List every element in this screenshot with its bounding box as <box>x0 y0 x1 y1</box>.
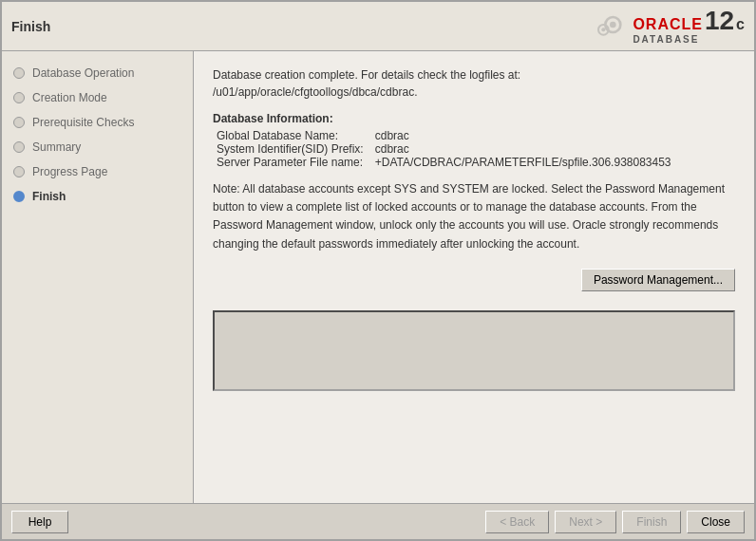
finish-button[interactable]: Finish <box>622 511 681 533</box>
back-button[interactable]: < Back <box>485 511 549 533</box>
step-icon-prerequisite-checks <box>13 117 25 128</box>
sidebar-label-prerequisite-checks: Prerequisite Checks <box>32 116 134 129</box>
step-icon-finish <box>13 191 25 202</box>
step-icon-creation-mode <box>13 92 25 103</box>
sid-label: System Identifier(SID) Prefix: <box>217 142 375 156</box>
sidebar: Database Operation Creation Mode Prerequ… <box>2 51 194 503</box>
param-value: +DATA/CDBRAC/PARAMETERFILE/spfile.306.93… <box>375 156 671 169</box>
svg-point-3 <box>602 28 606 31</box>
db-info-title: Database Information: <box>213 112 735 125</box>
step-icon-progress-page <box>13 166 25 177</box>
bottom-bar-right: < Back Next > Finish Close <box>485 511 745 533</box>
sidebar-item-creation-mode[interactable]: Creation Mode <box>2 85 193 110</box>
sid-value: cdbrac <box>375 142 671 156</box>
inset-log-box <box>213 310 735 391</box>
oracle-text-label: ORACLE <box>633 16 703 33</box>
sidebar-item-summary[interactable]: Summary <box>2 135 193 159</box>
sidebar-item-finish[interactable]: Finish <box>2 184 193 209</box>
bottom-bar-left: Help <box>11 511 68 533</box>
close-button[interactable]: Close <box>687 511 745 533</box>
help-button[interactable]: Help <box>11 511 68 533</box>
db-info-section: Database Information: Global Database Na… <box>213 112 735 169</box>
global-db-label: Global Database Name: <box>217 129 375 142</box>
global-db-value: cdbrac <box>375 129 671 142</box>
oracle-version-super: c <box>736 16 745 33</box>
oracle-logo-area: ORACLE 12c DATABASE <box>591 8 745 45</box>
sidebar-label-progress-page: Progress Page <box>32 165 107 178</box>
main-window: Finish ORACLE 12c DATABASE <box>0 0 756 541</box>
sidebar-item-progress-page[interactable]: Progress Page <box>2 159 193 184</box>
svg-point-1 <box>610 21 616 28</box>
title-bar: Finish ORACLE 12c DATABASE <box>2 2 754 51</box>
step-icon-summary <box>13 141 25 153</box>
param-label: Server Parameter File name: <box>217 156 375 169</box>
oracle-brand: ORACLE 12c DATABASE <box>633 8 745 45</box>
sidebar-label-creation-mode: Creation Mode <box>32 91 107 104</box>
content-area: Database creation complete. For details … <box>194 51 754 503</box>
title-bar-left: Finish <box>11 19 50 34</box>
sidebar-label-finish: Finish <box>32 190 66 203</box>
sidebar-label-database-operation: Database Operation <box>32 66 134 80</box>
password-btn-area: Password Management... <box>213 269 735 291</box>
sidebar-item-database-operation[interactable]: Database Operation <box>2 61 193 85</box>
next-button[interactable]: Next > <box>555 511 616 533</box>
db-info-param-row: Server Parameter File name: +DATA/CDBRAC… <box>217 156 671 169</box>
sidebar-label-summary: Summary <box>32 140 81 154</box>
sidebar-item-prerequisite-checks[interactable]: Prerequisite Checks <box>2 110 193 135</box>
note-text: Note: All database accounts except SYS a… <box>213 180 735 253</box>
db-info-sid-row: System Identifier(SID) Prefix: cdbrac <box>217 142 671 156</box>
completion-line2: /u01/app/oracle/cfgtoollogs/dbca/cdbrac. <box>213 85 417 99</box>
window-title: Finish <box>11 19 50 34</box>
db-info-global-row: Global Database Name: cdbrac <box>217 129 671 142</box>
oracle-version: 12 <box>705 8 734 34</box>
bottom-bar: Help < Back Next > Finish Close <box>2 503 754 539</box>
oracle-gear-icon <box>591 9 629 44</box>
main-content: Database Operation Creation Mode Prerequ… <box>2 51 754 503</box>
completion-text-block: Database creation complete. For details … <box>213 66 735 101</box>
password-management-button[interactable]: Password Management... <box>581 269 735 291</box>
oracle-database-label: DATABASE <box>633 34 699 45</box>
completion-line1: Database creation complete. For details … <box>213 68 520 82</box>
step-icon-database-operation <box>13 67 25 79</box>
